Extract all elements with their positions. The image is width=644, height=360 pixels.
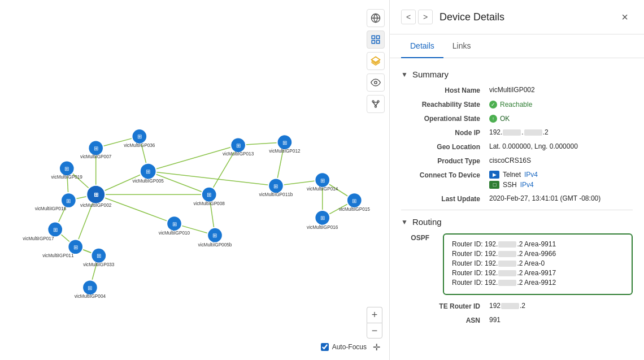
svg-text:⊞: ⊞ xyxy=(236,142,241,149)
summary-chevron: ▼ xyxy=(401,71,408,79)
geolocation-value: Lat. 0.000000, Lng. 0.000000 xyxy=(489,142,633,150)
ospf-box: Router ID: 192..2 Area-9911 Router ID: 1… xyxy=(443,233,633,295)
ospf-entry-4: Router ID: 192..2 Area-9912 xyxy=(452,279,624,287)
nodeip-value: 192...2 xyxy=(489,128,633,136)
asn-label: ASN xyxy=(410,316,489,324)
branch-icon-btn[interactable] xyxy=(367,95,385,113)
zoom-controls: + − xyxy=(367,307,382,339)
ospf-entry-1: Router ID: 192..2 Area-9966 xyxy=(452,250,624,258)
asn-row: ASN 991 xyxy=(401,316,633,324)
back-button[interactable]: < xyxy=(401,10,416,24)
reachability-label: Reachability State xyxy=(410,100,489,109)
te-router-id-value: 192.2 xyxy=(489,302,633,310)
tabs-container: Details Links xyxy=(390,34,644,58)
connect-options: ▶ Telnet IPv4 xyxy=(489,171,633,179)
svg-text:vicMultiIGP007: vicMultiIGP007 xyxy=(80,154,112,159)
svg-text:vicMultiIGP010: vicMultiIGP010 xyxy=(159,231,190,236)
close-button[interactable]: × xyxy=(617,9,633,25)
reachability-text: Reachable xyxy=(500,101,532,109)
lastupdate-label: Last Update xyxy=(410,194,489,203)
svg-text:vicMultiIGP033: vicMultiIGP033 xyxy=(83,262,115,267)
svg-rect-5 xyxy=(377,41,380,44)
svg-point-7 xyxy=(375,81,377,84)
network-graph[interactable]: ⊞ vicMultiIGP002 ⊞ vicMultiIGP005 ⊞ vicM… xyxy=(0,0,389,360)
svg-text:vicMultiIGP005: vicMultiIGP005 xyxy=(133,179,164,184)
ospf-blurred-4 xyxy=(498,280,516,286)
ospf-entry-2: Router ID: 192..2 Area-0 xyxy=(452,259,624,267)
connect-label: Connect To Device xyxy=(410,171,489,179)
auto-focus-row: Auto-Focus ✛ xyxy=(321,341,382,353)
svg-rect-4 xyxy=(372,41,375,44)
tab-details[interactable]: Details xyxy=(401,34,443,58)
map-bottom-controls: + − Auto-Focus ✛ xyxy=(321,307,382,353)
svg-text:vicMultiIGP005b: vicMultiIGP005b xyxy=(198,242,232,248)
ospf-blurred-0 xyxy=(498,241,516,248)
telnet-ipv4-link[interactable]: IPv4 xyxy=(524,171,538,179)
lastupdate-row: Last Update 2020-Feb-27, 13:41:01 (GMT -… xyxy=(401,194,633,203)
tab-links[interactable]: Links xyxy=(443,34,480,58)
svg-text:⊞: ⊞ xyxy=(352,198,356,204)
svg-text:vicMultiIGP012: vicMultiIGP012 xyxy=(269,149,301,154)
svg-text:⊞: ⊞ xyxy=(97,253,101,259)
zoom-out-btn[interactable]: − xyxy=(367,323,382,339)
svg-text:vicMultiIGP004: vicMultiIGP004 xyxy=(75,294,106,299)
details-content: ▼ Summary Host Name vicMultiIGP002 Reach… xyxy=(390,58,644,360)
topology-icon-btn[interactable] xyxy=(367,31,385,49)
svg-text:⊞: ⊞ xyxy=(73,244,78,250)
ospf-blurred-2 xyxy=(498,261,516,267)
svg-text:vicMultiIGP011: vicMultiIGP011 xyxy=(42,253,74,258)
summary-section-header[interactable]: ▼ Summary xyxy=(401,70,633,79)
network-map: ⊞ vicMultiIGP002 ⊞ vicMultiIGP005 ⊞ vicM… xyxy=(0,0,390,360)
svg-text:⊞: ⊞ xyxy=(207,192,211,198)
svg-text:⊞: ⊞ xyxy=(320,177,325,184)
reachability-badge: Reachable xyxy=(489,101,532,109)
telnet-label: Telnet xyxy=(503,171,521,179)
nodeip-row: Node IP 192...2 xyxy=(401,128,633,137)
geolocation-row: Geo Location Lat. 0.000000, Lng. 0.00000… xyxy=(401,142,633,151)
svg-line-11 xyxy=(373,102,376,106)
ospf-entry-3: Router ID: 192..2 Area-9917 xyxy=(452,269,624,277)
map-toolbar xyxy=(367,9,385,113)
svg-text:⊞: ⊞ xyxy=(320,215,325,221)
layers-icon-btn[interactable] xyxy=(367,52,385,70)
forward-button[interactable]: > xyxy=(418,10,433,24)
routing-section-header[interactable]: ▼ Routing xyxy=(401,217,633,227)
svg-text:vicMultiIGP017: vicMultiIGP017 xyxy=(23,236,54,241)
eye-icon-btn[interactable] xyxy=(367,73,385,92)
svg-text:vicMultiIGP013: vicMultiIGP013 xyxy=(223,151,254,157)
auto-focus-checkbox[interactable] xyxy=(321,343,329,351)
nodeip-blurred2 xyxy=(524,129,542,136)
svg-text:vicMultiIGP008: vicMultiIGP008 xyxy=(194,201,225,206)
svg-text:⊞: ⊞ xyxy=(137,133,142,140)
ospf-blurred-3 xyxy=(498,270,516,276)
reachability-value: Reachable xyxy=(489,100,633,109)
move-icon[interactable]: ✛ xyxy=(370,341,382,353)
ssh-icon: ☐ xyxy=(489,181,499,189)
svg-line-12 xyxy=(376,102,378,106)
svg-text:⊞: ⊞ xyxy=(282,140,287,146)
ospf-section: OSPF Router ID: 192..2 Area-9911 Router … xyxy=(401,233,633,295)
svg-text:⊞: ⊞ xyxy=(146,168,150,175)
svg-text:⊞: ⊞ xyxy=(94,192,98,198)
te-router-id-row: TE Router ID 192.2 xyxy=(401,302,633,310)
telnet-icon: ▶ xyxy=(489,171,499,179)
svg-text:vicMultiIGP016: vicMultiIGP016 xyxy=(307,225,338,230)
reachability-dot xyxy=(489,101,497,109)
operational-label: Operational State xyxy=(410,114,489,123)
globe-icon-btn[interactable] xyxy=(367,9,385,27)
producttype-row: Product Type ciscoCRS16S xyxy=(401,157,633,165)
svg-text:⊞: ⊞ xyxy=(273,183,278,189)
svg-text:vicMultiIGP014: vicMultiIGP014 xyxy=(307,186,338,192)
zoom-in-btn[interactable]: + xyxy=(367,307,382,323)
auto-focus-label: Auto-Focus xyxy=(332,343,367,351)
ssh-ipv4-link[interactable]: IPv4 xyxy=(520,181,534,189)
lastupdate-value: 2020-Feb-27, 13:41:01 (GMT -08:00) xyxy=(489,194,633,202)
nodeip-blurred1 xyxy=(503,129,521,136)
svg-text:vicMultiIGP019: vicMultiIGP019 xyxy=(51,175,83,180)
te-router-prefix: 192 xyxy=(489,302,501,310)
panel-header: < > Device Details × xyxy=(390,0,644,34)
routing-chevron: ▼ xyxy=(401,218,408,226)
geolocation-label: Geo Location xyxy=(410,142,489,151)
svg-text:⊞: ⊞ xyxy=(94,145,98,151)
nav-buttons: < > xyxy=(401,10,433,24)
